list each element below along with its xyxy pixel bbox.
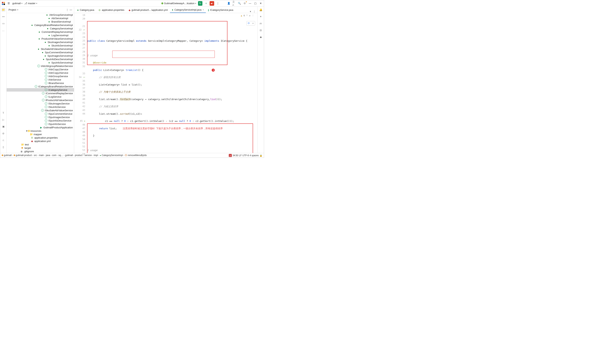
line-number[interactable]: 25 <box>74 39 85 43</box>
notifications-icon[interactable]: 🔔 <box>259 8 263 12</box>
close-icon[interactable]: × <box>203 9 204 11</box>
breadcrumb-item[interactable]: java <box>46 154 50 156</box>
tree-item[interactable]: ●AttrGroupServiceImpl <box>7 13 74 16</box>
project-dropdown[interactable]: gulimall▾ <box>12 2 22 5</box>
line-number[interactable]: 49 <box>74 134 85 137</box>
tree-item[interactable]: IIProductAttrValueService <box>7 98 74 102</box>
tree-item[interactable]: IICategoryBrandRelationService <box>7 85 74 88</box>
line-number[interactable]: 46 <box>74 123 85 127</box>
translate-icon[interactable]: 文A <box>232 2 236 5</box>
line-number[interactable]: 33 <box>74 72 85 76</box>
tree-item[interactable]: 📁test <box>7 143 74 146</box>
maximize-icon[interactable]: ▢ <box>254 2 257 5</box>
line-number[interactable]: 53 <box>74 148 85 152</box>
line-number[interactable]: 32 <box>74 65 85 68</box>
more-icon[interactable]: ⋮ <box>252 14 254 17</box>
breadcrumb-item[interactable]: removeMenuByIds <box>128 154 147 156</box>
breadcrumb-item[interactable]: gulimall <box>4 154 12 156</box>
breadcrumb-item[interactable]: sq… <box>58 154 63 156</box>
tree-item[interactable]: ●SkuSaleAttrValueServiceImpl <box>7 47 74 51</box>
tree-item[interactable]: ▶GulimallProductApplication <box>7 126 74 129</box>
tree-item[interactable]: ●BrandServiceImpl <box>7 20 74 23</box>
close-icon[interactable]: × <box>252 21 254 25</box>
ai-icon[interactable]: ⟳ <box>248 21 250 25</box>
more-icon[interactable]: ⋮ <box>66 8 68 11</box>
line-number[interactable]: 27 <box>74 46 85 50</box>
tree-item[interactable]: ●SpuCommentServiceImpl <box>7 51 74 54</box>
tree-item[interactable]: IICategoryService <box>7 88 74 91</box>
line-number[interactable]: 36 <box>74 83 85 86</box>
tree-item[interactable]: IIAttrCopy1Service <box>7 68 74 71</box>
branch-dropdown[interactable]: ⎇master▾ <box>24 2 37 5</box>
tree-item[interactable]: IISkuImagesService <box>7 102 74 105</box>
line-number[interactable]: 30 <box>74 57 85 61</box>
line-number[interactable]: 24 <box>74 36 85 39</box>
inspection-widget[interactable]: ▲6 ^ v ⋮ <box>241 14 254 17</box>
tree-item[interactable]: ●SkuImagesServiceImpl <box>7 40 74 44</box>
project-header[interactable]: Project▾ ⋮ — <box>7 7 74 13</box>
tree-item[interactable]: IIAttrGroupService <box>7 75 74 78</box>
tree-item[interactable]: ▾ 📁resources <box>7 129 74 132</box>
vcs-icon[interactable]: ⎌ <box>1 138 5 142</box>
gradle-icon[interactable]: ◆ <box>259 35 263 39</box>
breadcrumb-item[interactable]: impl <box>94 154 98 156</box>
tree-item[interactable]: ●LogServiceImpl <box>7 34 74 37</box>
tree-item[interactable]: ⚙application.properties <box>7 136 74 139</box>
tree-item[interactable]: ●SpuInfoDescServiceImpl <box>7 57 74 61</box>
encoding[interactable]: UTF-8 <box>242 154 249 157</box>
editor-tab[interactable]: ⚙application.properties <box>97 7 126 13</box>
line-number[interactable]: 47 <box>74 127 85 130</box>
line-number[interactable]: 37 <box>74 86 85 90</box>
tree-item[interactable]: ●CategoryBrandRelationServiceImpl <box>7 23 74 27</box>
indent[interactable]: 4 spaces <box>250 154 259 157</box>
more-icon[interactable]: ⋮ <box>216 2 220 5</box>
build-icon[interactable]: ▷ <box>1 118 5 121</box>
tree-item[interactable]: ●CommentReplayServiceImpl <box>7 30 74 34</box>
line-number[interactable]: 35 <box>74 79 85 83</box>
line-number[interactable]: 40 <box>74 97 85 101</box>
minimize-icon[interactable]: — <box>248 2 252 5</box>
menu-icon[interactable]: ☰ <box>7 2 11 5</box>
tree-item[interactable]: IIAttrCopy2Service <box>7 71 74 75</box>
tree-item[interactable]: IIBrandService <box>7 81 74 85</box>
line-number[interactable]: 44 <box>74 112 85 116</box>
ai-assist-icon[interactable]: ✴ <box>259 15 263 18</box>
editor-tab[interactable]: ●CategoryServiceImpl.java× <box>170 7 206 13</box>
line-number[interactable]: 28 <box>74 50 85 54</box>
layers-icon[interactable]: ▯ <box>1 145 5 149</box>
code-editor[interactable]: ▲6 ^ v ⋮ ⟳× 💡 public class CategoryServi… <box>87 13 257 153</box>
tree-item[interactable]: target <box>7 146 74 150</box>
line-number[interactable]: 54 <box>74 152 85 156</box>
tree-item[interactable]: IISkuInfoService <box>7 105 74 109</box>
problems-icon[interactable]: ⊘ <box>1 131 5 135</box>
youtrack-icon[interactable]: y <box>229 154 232 157</box>
line-number[interactable]: 41 <box>74 101 85 105</box>
database-icon[interactable]: ⊟ <box>259 28 263 32</box>
breadcrumb-item[interactable]: CategoryServiceImpl <box>102 154 123 156</box>
line-number[interactable]: 26 <box>74 43 85 46</box>
line-number[interactable]: 50 <box>74 138 85 141</box>
tree-item[interactable]: IILogService <box>7 95 74 98</box>
run-button[interactable]: ↻ <box>198 1 202 6</box>
breadcrumb-item[interactable]: main <box>39 154 44 156</box>
line-number[interactable]: 29 <box>74 54 85 57</box>
line-number[interactable]: 34 ↑• <box>74 76 85 79</box>
run-config-dropdown[interactable]: ⬢GulimallGetewayA…lication▾ <box>161 2 196 5</box>
tree-item[interactable]: ●ProductAttrValueServiceImpl <box>7 37 74 40</box>
tree-item[interactable]: ◉.gitignore <box>7 150 74 153</box>
line-number[interactable]: 52 <box>74 145 85 148</box>
line-number[interactable]: 21 <box>74 25 85 28</box>
line-number[interactable]: 42 <box>74 105 85 108</box>
commit-icon[interactable]: ⊶ <box>1 15 5 18</box>
stop-button[interactable]: ■3 <box>210 1 214 6</box>
line-number[interactable]: 23 <box>74 32 85 35</box>
user-icon[interactable]: 👤 <box>227 2 230 5</box>
tree-item[interactable]: IICommentReplayService <box>7 91 74 95</box>
maven-icon[interactable]: m <box>259 21 263 25</box>
tree-item[interactable]: ●SpuInfoServiceImpl <box>7 61 74 64</box>
editor-tab[interactable]: ●Category.java <box>75 7 96 13</box>
tree-item[interactable]: ●SpuImagesServiceImpl <box>7 54 74 57</box>
more-tools-icon[interactable]: … <box>1 28 5 32</box>
line-number[interactable] <box>74 68 85 72</box>
terminal-icon[interactable]: ▣ <box>1 125 5 128</box>
